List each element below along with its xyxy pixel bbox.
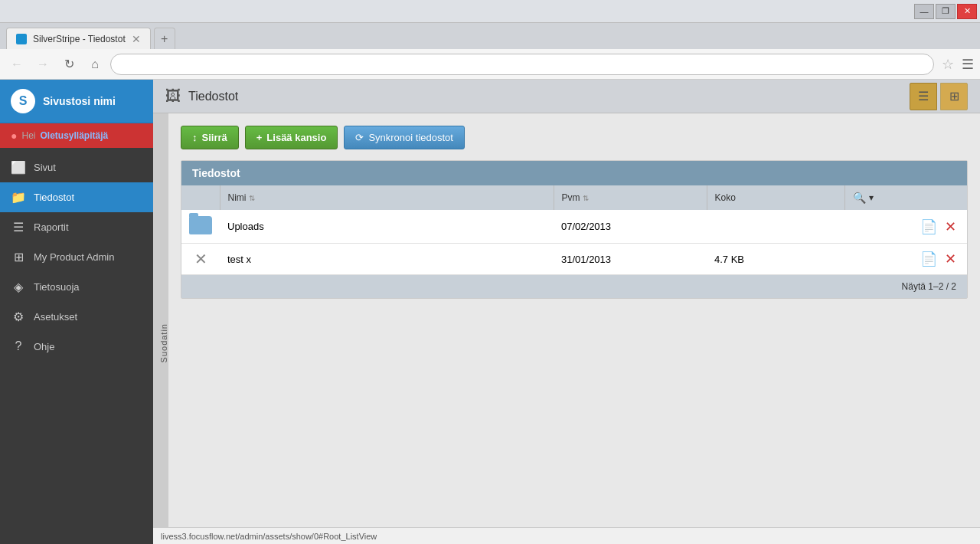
privacy-icon: ◈ <box>11 280 26 294</box>
th-search[interactable]: 🔍 ▾ <box>844 185 967 210</box>
row-icon-cell: ✕ <box>181 244 220 275</box>
window-controls: — ❐ ✕ <box>914 4 977 19</box>
file-icon: ✕ <box>189 250 212 268</box>
delete-button[interactable]: ✕ <box>941 218 959 236</box>
new-tab-button[interactable]: + <box>154 28 175 49</box>
sidebar-item-my-product-admin[interactable]: ⊞ My Product Admin <box>0 242 153 272</box>
sidebar-item-sivut[interactable]: ⬜ Sivut <box>0 152 153 182</box>
row-date-cell: 07/02/2013 <box>554 210 707 244</box>
delete-button[interactable]: ✕ <box>941 250 959 268</box>
sidebar-item-tietosuoja[interactable]: ◈ Tietosuoja <box>0 272 153 302</box>
add-icon: + <box>256 132 263 143</box>
edit-button[interactable]: 📄 <box>920 218 938 236</box>
sidebar-header: S Sivustosi nimi <box>0 80 153 123</box>
move-button[interactable]: ↕ Siirrä <box>181 126 239 149</box>
view-toggle-group: ☰ ⊞ <box>910 83 968 110</box>
th-size[interactable]: Koko <box>707 185 844 210</box>
file-toolbar: ↕ Siirrä + Lisää kansio ⟳ Synkronoi tied… <box>181 126 968 149</box>
files-table-container: Tiedostot Nimi ⇅ P <box>181 160 968 299</box>
edit-button[interactable]: 📄 <box>920 250 938 268</box>
home-button[interactable]: ⌂ <box>84 54 106 75</box>
close-button[interactable]: ✕ <box>957 4 977 19</box>
browser-tab[interactable]: SilverStripe - Tiedostot ✕ <box>6 28 151 49</box>
page-header-icon: 🖼 <box>165 87 181 105</box>
sidebar-site-name: Sivustosi nimi <box>43 95 116 107</box>
sidebar-item-label: Ohje <box>34 341 54 352</box>
back-button[interactable]: ← <box>6 54 28 75</box>
page-header-left: 🖼 Tiedostot <box>165 87 238 105</box>
table-header-row: Nimi ⇅ Pvm ⇅ Koko <box>181 185 967 210</box>
help-icon: ? <box>11 339 26 353</box>
files-table-title: Tiedostot <box>181 161 967 185</box>
minimize-button[interactable]: — <box>914 4 934 19</box>
product-admin-icon: ⊞ <box>11 250 26 264</box>
move-label: Siirrä <box>202 132 227 143</box>
browser-navbar: ← → ↻ ⌂ livess3.focusflow.net/admin/asse… <box>0 49 980 80</box>
add-folder-button[interactable]: + Lisää kansio <box>245 126 338 149</box>
sidebar: S Sivustosi nimi ● Hei Oletusylläpitäjä … <box>0 80 153 544</box>
sidebar-item-asetukset[interactable]: ⚙ Asetukset <box>0 302 153 332</box>
sidebar-item-tiedostot[interactable]: 📁 Tiedostot <box>0 182 153 212</box>
delete-icon: ✕ <box>945 251 956 267</box>
sidebar-item-raportit[interactable]: ☰ Raportit <box>0 212 153 242</box>
row-size-cell: 4.7 KB <box>707 244 844 275</box>
pagination-text: Näytä 1–2 / 2 <box>902 281 956 292</box>
files-icon: 📁 <box>11 190 26 205</box>
bookmark-icon[interactable]: ☆ <box>942 56 954 73</box>
sidebar-nav: ⬜ Sivut 📁 Tiedostot ☰ Raportit ⊞ My Prod… <box>0 148 153 544</box>
sidebar-item-label: Asetukset <box>34 311 77 323</box>
sidebar-item-ohje[interactable]: ? Ohje <box>0 332 153 361</box>
list-view-button[interactable]: ☰ <box>910 83 937 110</box>
tab-favicon <box>16 34 27 44</box>
reload-button[interactable]: ↻ <box>58 54 80 75</box>
filter-label: Suodatin <box>159 323 168 362</box>
tab-title: SilverStripe - Tiedostot <box>33 34 126 44</box>
menu-icon[interactable]: ☰ <box>962 56 974 73</box>
status-bar: livess3.focusflow.net/admin/assets/show/… <box>153 527 980 544</box>
main-content: 🖼 Tiedostot ☰ ⊞ Suodatin <box>153 80 980 544</box>
move-icon: ↕ <box>192 132 198 143</box>
page-header: 🖼 Tiedostot ☰ ⊞ <box>153 80 980 113</box>
row-name-cell[interactable]: test x <box>220 244 554 275</box>
browser-titlebar: — ❐ ✕ <box>0 0 980 23</box>
add-folder-label: Lisää kansio <box>266 132 326 143</box>
filter-panel[interactable]: Suodatin <box>153 113 168 527</box>
th-checkbox <box>181 185 220 210</box>
files-table: Nimi ⇅ Pvm ⇅ Koko <box>181 185 967 275</box>
row-name-cell[interactable]: Uploads <box>220 210 554 244</box>
sidebar-item-label: My Product Admin <box>34 251 115 263</box>
user-icon: ● <box>11 129 17 142</box>
table-footer: Näytä 1–2 / 2 <box>181 275 967 298</box>
tab-close-button[interactable]: ✕ <box>132 33 141 45</box>
settings-icon: ⚙ <box>11 310 26 324</box>
sidebar-logo: S <box>11 89 35 113</box>
sync-icon: ⟳ <box>355 132 364 143</box>
row-date-cell: 31/01/2013 <box>554 244 707 275</box>
th-date[interactable]: Pvm ⇅ <box>554 185 707 210</box>
table-row: Uploads 07/02/2013 📄 ✕ <box>181 210 967 244</box>
sidebar-user: ● Hei Oletusylläpitäjä <box>0 123 153 148</box>
row-actions-cell: 📄 ✕ <box>844 210 967 244</box>
delete-icon: ✕ <box>945 218 956 235</box>
restore-button[interactable]: ❐ <box>936 4 956 19</box>
th-name-label: Nimi <box>228 192 247 203</box>
forward-button[interactable]: → <box>32 54 54 75</box>
th-size-label: Koko <box>715 192 736 203</box>
th-date-label: Pvm <box>562 192 580 203</box>
row-actions-cell: 📄 ✕ <box>844 244 967 275</box>
user-name: Oletusylläpitäjä <box>40 130 108 141</box>
sync-button[interactable]: ⟳ Synkronoi tiedostot <box>344 126 465 149</box>
sidebar-item-label: Raportit <box>34 221 69 233</box>
content-area: Suodatin ↕ Siirrä + Lisää kansio <box>153 113 980 527</box>
sidebar-item-label: Sivut <box>34 162 56 173</box>
table-row: ✕ test x 31/01/2013 4.7 KB 📄 <box>181 244 967 275</box>
th-name[interactable]: Nimi ⇅ <box>220 185 554 210</box>
reports-icon: ☰ <box>11 220 26 234</box>
grid-view-button[interactable]: ⊞ <box>940 83 968 110</box>
search-dropdown-icon: ▾ <box>869 192 874 203</box>
pages-icon: ⬜ <box>11 160 26 175</box>
file-area: ↕ Siirrä + Lisää kansio ⟳ Synkronoi tied… <box>168 113 980 527</box>
page-title: Tiedostot <box>188 90 238 103</box>
address-bar[interactable]: livess3.focusflow.net/admin/assets/show/… <box>110 54 934 75</box>
edit-icon: 📄 <box>920 218 937 235</box>
